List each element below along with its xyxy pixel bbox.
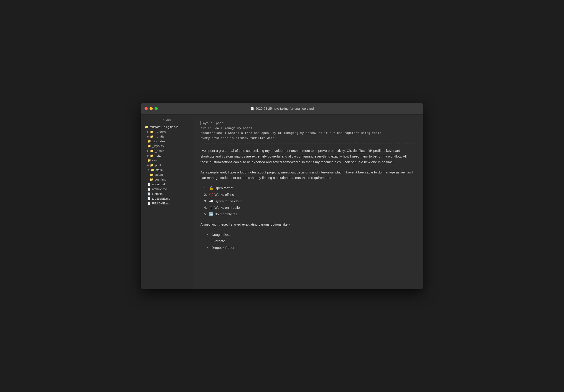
sidebar-item-includes[interactable]: 📁 _includes (141, 139, 193, 144)
paragraph-1: I've spent a great deal of time customiz… (201, 148, 415, 165)
file-icon: 📄 (147, 192, 151, 196)
sidebar-root-folder[interactable]: 📁 mustafa01ali.gitlab.io (141, 125, 193, 129)
app-window: 📄 2020-03-25-note-taking-for-engineers.m… (141, 103, 423, 289)
sidebar-item-readme-md[interactable]: 📄 README.md (141, 201, 193, 206)
no-entry-icon: 🚫 (209, 193, 213, 196)
mobile-icon: 📱 (209, 206, 213, 210)
paragraph-2: As a people lead, I take a lot of notes … (201, 169, 415, 181)
titlebar: 📄 2020-03-25-note-taking-for-engineers.m… (141, 103, 423, 114)
close-button[interactable] (145, 107, 148, 110)
dot-files-link[interactable]: dot files (353, 149, 365, 153)
sidebar-item-gemfile[interactable]: 📄 Gemfile (141, 191, 193, 196)
list-item: Evernote (211, 238, 415, 244)
free-icon: 🆓 (209, 212, 213, 216)
sidebar-item-site[interactable]: ▶ 📁 _site (141, 153, 193, 158)
sidebar-title: FILES (141, 118, 193, 121)
folder-icon: 📁 (150, 135, 154, 138)
minimize-button[interactable] (150, 107, 153, 110)
cloud-icon: ☁️ (209, 199, 213, 203)
folder-icon: 📁 (147, 159, 151, 162)
sidebar-item-layouts[interactable]: 📁 _layouts (141, 144, 193, 148)
frontmatter-block: layout: post title: How I manage my note… (201, 121, 415, 140)
paragraph-3: Armed with these, I started evaluating v… (201, 222, 415, 227)
arrow-icon: ▶ (147, 130, 149, 133)
lock-icon: 🔒 (209, 186, 213, 190)
fullscreen-button[interactable] (154, 107, 158, 110)
sidebar-item-about-md[interactable]: 📄 about.md (141, 182, 193, 187)
editor-area[interactable]: layout: post title: How I manage my note… (193, 114, 423, 289)
sidebar-item-post-img[interactable]: 📁 post-img (141, 177, 193, 182)
list-item: Google Docs (211, 232, 415, 238)
folder-icon: 📁 (150, 178, 153, 181)
sidebar-item-global[interactable]: 📁 global (141, 172, 193, 177)
sidebar-item-css[interactable]: 📁 css (141, 158, 193, 163)
sidebar-item-archive-md[interactable]: 📄 archive.md (141, 187, 193, 191)
folder-icon: 📁 (150, 130, 154, 133)
sidebar-item-posts[interactable]: ▶ 📁 _posts (141, 148, 193, 153)
arrow-icon: ▶ (147, 135, 149, 138)
folder-icon: 📁 (147, 140, 151, 143)
file-icon: 📄 (250, 107, 254, 111)
folder-icon: 📁 (150, 154, 154, 157)
arrow-icon: ▶ (147, 154, 149, 157)
frontmatter-divider (201, 143, 415, 143)
traffic-lights (145, 107, 158, 110)
folder-icon: 📁 (150, 163, 154, 167)
list-item: 🔒 Open format (208, 185, 415, 191)
folder-icon: 📁 (151, 168, 154, 172)
list-item: Dropbox Paper (211, 245, 415, 251)
file-icon: 📄 (147, 188, 151, 191)
sidebar: FILES 📁 mustafa01ali.gitlab.io ▶ 📁 _arch… (141, 114, 193, 289)
sidebar-item-license-md[interactable]: 📄 LICENSE.md (141, 196, 193, 201)
bullet-list: Google Docs Evernote Dropbox Paper (201, 232, 415, 251)
window-title: 📄 2020-03-25-note-taking-for-engineers.m… (250, 107, 314, 111)
folder-icon: 📁 (147, 144, 151, 148)
arrow-open-icon: ▼ (147, 169, 150, 171)
list-item: 📱 Works on mobile (208, 205, 415, 210)
folder-icon: 📁 (145, 125, 148, 129)
arrow-icon: ▶ (147, 164, 149, 167)
file-icon: 📄 (147, 202, 151, 205)
main-content: FILES 📁 mustafa01ali.gitlab.io ▶ 📁 _arch… (141, 114, 423, 289)
list-item: 🆓 No monthly fee (208, 211, 415, 217)
sidebar-item-archive[interactable]: ▶ 📁 _archive (141, 129, 193, 134)
folder-icon: 📁 (150, 149, 154, 153)
arrow-icon: ▶ (147, 150, 149, 152)
sidebar-item-public[interactable]: ▶ 📁 public (141, 163, 193, 168)
sidebar-item-drafts[interactable]: ▶ 📁 _drafts (141, 134, 193, 139)
file-icon: 📄 (147, 197, 151, 200)
folder-icon: 📁 (150, 173, 153, 176)
text-cursor (201, 121, 201, 125)
list-item: 🚫 Works offline (208, 192, 415, 197)
sidebar-item-static[interactable]: ▼ 📁 static (141, 168, 193, 172)
list-item: ☁️ Syncs to the cloud (208, 198, 415, 204)
file-icon: 📄 (147, 183, 151, 186)
numbered-list: 🔒 Open format 🚫 Works offline ☁️ Syncs t… (201, 185, 415, 217)
